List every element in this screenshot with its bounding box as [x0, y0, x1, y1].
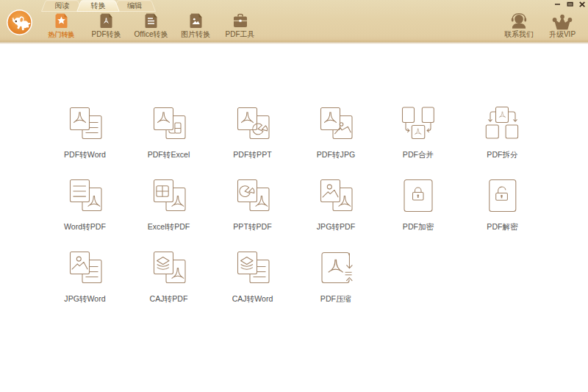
- svg-text:编辑: 编辑: [127, 1, 142, 10]
- svg-text:阅读: 阅读: [54, 1, 69, 10]
- svg-text:转换: 转换: [91, 1, 106, 10]
